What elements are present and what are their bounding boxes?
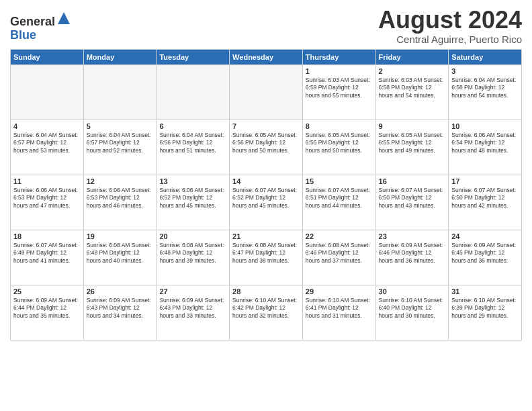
calendar-cell xyxy=(230,64,303,120)
cell-detail: Sunrise: 6:03 AM Sunset: 6:58 PM Dayligh… xyxy=(379,77,446,99)
calendar-cell xyxy=(157,64,230,120)
day-number: 28 xyxy=(232,287,300,295)
calendar-cell: 18Sunrise: 6:07 AM Sunset: 6:49 PM Dayli… xyxy=(11,230,84,285)
cell-detail: Sunrise: 6:04 AM Sunset: 6:56 PM Dayligh… xyxy=(159,132,226,154)
day-number: 9 xyxy=(379,122,446,130)
calendar-cell: 21Sunrise: 6:08 AM Sunset: 6:47 PM Dayli… xyxy=(230,230,303,285)
day-number: 25 xyxy=(13,287,81,295)
calendar-cell: 20Sunrise: 6:08 AM Sunset: 6:48 PM Dayli… xyxy=(157,230,230,285)
calendar-cell: 23Sunrise: 6:09 AM Sunset: 6:46 PM Dayli… xyxy=(375,230,449,285)
cell-detail: Sunrise: 6:05 AM Sunset: 6:55 PM Dayligh… xyxy=(379,132,446,154)
calendar-cell: 19Sunrise: 6:08 AM Sunset: 6:48 PM Dayli… xyxy=(83,230,157,285)
day-number: 7 xyxy=(232,122,300,130)
cell-detail: Sunrise: 6:07 AM Sunset: 6:50 PM Dayligh… xyxy=(451,187,519,210)
cell-detail: Sunrise: 6:10 AM Sunset: 6:42 PM Dayligh… xyxy=(232,297,300,320)
calendar-cell: 7Sunrise: 6:05 AM Sunset: 6:56 PM Daylig… xyxy=(230,120,303,175)
day-number: 16 xyxy=(379,177,446,185)
cell-detail: Sunrise: 6:10 AM Sunset: 6:41 PM Dayligh… xyxy=(306,297,373,320)
calendar-cell: 10Sunrise: 6:06 AM Sunset: 6:54 PM Dayli… xyxy=(449,120,522,175)
calendar-cell: 22Sunrise: 6:08 AM Sunset: 6:46 PM Dayli… xyxy=(302,230,375,285)
weekday-header-thursday: Thursday xyxy=(302,49,375,64)
logo-blue: Blue xyxy=(10,28,36,42)
header-area: General Blue August 2024 Central Aguirre… xyxy=(10,7,522,45)
weekday-header-tuesday: Tuesday xyxy=(157,49,230,64)
day-number: 22 xyxy=(306,232,373,240)
day-number: 30 xyxy=(379,287,446,295)
day-number: 15 xyxy=(306,177,373,185)
cell-detail: Sunrise: 6:06 AM Sunset: 6:52 PM Dayligh… xyxy=(159,187,226,210)
calendar-cell: 12Sunrise: 6:06 AM Sunset: 6:53 PM Dayli… xyxy=(83,175,157,230)
weekday-header-row: SundayMondayTuesdayWednesdayThursdayFrid… xyxy=(11,49,522,64)
cell-detail: Sunrise: 6:07 AM Sunset: 6:51 PM Dayligh… xyxy=(306,187,373,210)
week-row-2: 4Sunrise: 6:04 AM Sunset: 6:57 PM Daylig… xyxy=(11,120,522,175)
logo: General Blue xyxy=(10,11,71,42)
calendar-cell: 16Sunrise: 6:07 AM Sunset: 6:50 PM Dayli… xyxy=(375,175,449,230)
cell-detail: Sunrise: 6:06 AM Sunset: 6:54 PM Dayligh… xyxy=(451,132,519,154)
calendar-cell: 31Sunrise: 6:10 AM Sunset: 6:39 PM Dayli… xyxy=(449,285,522,340)
week-row-1: 1Sunrise: 6:03 AM Sunset: 6:59 PM Daylig… xyxy=(11,64,522,120)
day-number: 6 xyxy=(159,122,226,130)
weekday-header-saturday: Saturday xyxy=(449,49,522,64)
calendar-cell: 24Sunrise: 6:09 AM Sunset: 6:45 PM Dayli… xyxy=(449,230,522,285)
day-number: 27 xyxy=(159,287,226,295)
cell-detail: Sunrise: 6:08 AM Sunset: 6:46 PM Dayligh… xyxy=(306,242,373,265)
week-row-3: 11Sunrise: 6:06 AM Sunset: 6:53 PM Dayli… xyxy=(11,175,522,230)
calendar-cell: 14Sunrise: 6:07 AM Sunset: 6:52 PM Dayli… xyxy=(230,175,303,230)
calendar-cell: 3Sunrise: 6:04 AM Sunset: 6:58 PM Daylig… xyxy=(449,64,522,120)
calendar-cell: 4Sunrise: 6:04 AM Sunset: 6:57 PM Daylig… xyxy=(11,120,84,175)
month-title: August 2024 xyxy=(378,7,522,34)
calendar-cell: 26Sunrise: 6:09 AM Sunset: 6:43 PM Dayli… xyxy=(83,285,157,340)
cell-detail: Sunrise: 6:06 AM Sunset: 6:53 PM Dayligh… xyxy=(87,187,154,210)
day-number: 23 xyxy=(379,232,446,240)
cell-detail: Sunrise: 6:08 AM Sunset: 6:47 PM Dayligh… xyxy=(232,242,300,265)
cell-detail: Sunrise: 6:07 AM Sunset: 6:52 PM Dayligh… xyxy=(232,187,300,210)
calendar-cell: 13Sunrise: 6:06 AM Sunset: 6:52 PM Dayli… xyxy=(157,175,230,230)
cell-detail: Sunrise: 6:09 AM Sunset: 6:43 PM Dayligh… xyxy=(87,297,154,320)
day-number: 20 xyxy=(159,232,226,240)
calendar-cell: 30Sunrise: 6:10 AM Sunset: 6:40 PM Dayli… xyxy=(375,285,449,340)
calendar-cell xyxy=(11,64,84,120)
cell-detail: Sunrise: 6:06 AM Sunset: 6:53 PM Dayligh… xyxy=(13,187,81,210)
day-number: 11 xyxy=(13,177,81,185)
day-number: 10 xyxy=(451,122,519,130)
calendar-cell: 29Sunrise: 6:10 AM Sunset: 6:41 PM Dayli… xyxy=(302,285,375,340)
cell-detail: Sunrise: 6:04 AM Sunset: 6:57 PM Dayligh… xyxy=(13,132,81,154)
page: General Blue August 2024 Central Aguirre… xyxy=(0,0,532,347)
day-number: 1 xyxy=(306,67,373,75)
day-number: 12 xyxy=(87,177,154,185)
logo-icon xyxy=(56,11,71,26)
weekday-header-wednesday: Wednesday xyxy=(230,49,303,64)
calendar-cell: 27Sunrise: 6:09 AM Sunset: 6:43 PM Dayli… xyxy=(157,285,230,340)
cell-detail: Sunrise: 6:07 AM Sunset: 6:50 PM Dayligh… xyxy=(379,187,446,210)
title-area: August 2024 Central Aguirre, Puerto Rico xyxy=(378,7,522,45)
day-number: 2 xyxy=(379,67,446,75)
weekday-header-monday: Monday xyxy=(83,49,157,64)
cell-detail: Sunrise: 6:09 AM Sunset: 6:46 PM Dayligh… xyxy=(379,242,446,265)
cell-detail: Sunrise: 6:04 AM Sunset: 6:57 PM Dayligh… xyxy=(87,132,154,154)
calendar-cell: 17Sunrise: 6:07 AM Sunset: 6:50 PM Dayli… xyxy=(449,175,522,230)
cell-detail: Sunrise: 6:05 AM Sunset: 6:56 PM Dayligh… xyxy=(232,132,300,154)
logo-text: General xyxy=(10,11,71,29)
day-number: 8 xyxy=(306,122,373,130)
cell-detail: Sunrise: 6:04 AM Sunset: 6:58 PM Dayligh… xyxy=(451,77,519,99)
day-number: 31 xyxy=(451,287,519,295)
calendar-cell: 28Sunrise: 6:10 AM Sunset: 6:42 PM Dayli… xyxy=(230,285,303,340)
cell-detail: Sunrise: 6:08 AM Sunset: 6:48 PM Dayligh… xyxy=(87,242,154,265)
cell-detail: Sunrise: 6:09 AM Sunset: 6:44 PM Dayligh… xyxy=(13,297,81,320)
calendar-cell: 5Sunrise: 6:04 AM Sunset: 6:57 PM Daylig… xyxy=(83,120,157,175)
svg-marker-0 xyxy=(58,12,70,24)
cell-detail: Sunrise: 6:07 AM Sunset: 6:49 PM Dayligh… xyxy=(13,242,81,265)
calendar-cell: 11Sunrise: 6:06 AM Sunset: 6:53 PM Dayli… xyxy=(11,175,84,230)
day-number: 17 xyxy=(451,177,519,185)
cell-detail: Sunrise: 6:09 AM Sunset: 6:45 PM Dayligh… xyxy=(451,242,519,265)
calendar-cell: 8Sunrise: 6:05 AM Sunset: 6:55 PM Daylig… xyxy=(302,120,375,175)
day-number: 13 xyxy=(159,177,226,185)
cell-detail: Sunrise: 6:09 AM Sunset: 6:43 PM Dayligh… xyxy=(159,297,226,320)
calendar-cell: 1Sunrise: 6:03 AM Sunset: 6:59 PM Daylig… xyxy=(302,64,375,120)
day-number: 4 xyxy=(13,122,81,130)
calendar-cell xyxy=(83,64,157,120)
day-number: 18 xyxy=(13,232,81,240)
cell-detail: Sunrise: 6:05 AM Sunset: 6:55 PM Dayligh… xyxy=(306,132,373,154)
cell-detail: Sunrise: 6:10 AM Sunset: 6:39 PM Dayligh… xyxy=(451,297,519,320)
calendar-cell: 2Sunrise: 6:03 AM Sunset: 6:58 PM Daylig… xyxy=(375,64,449,120)
